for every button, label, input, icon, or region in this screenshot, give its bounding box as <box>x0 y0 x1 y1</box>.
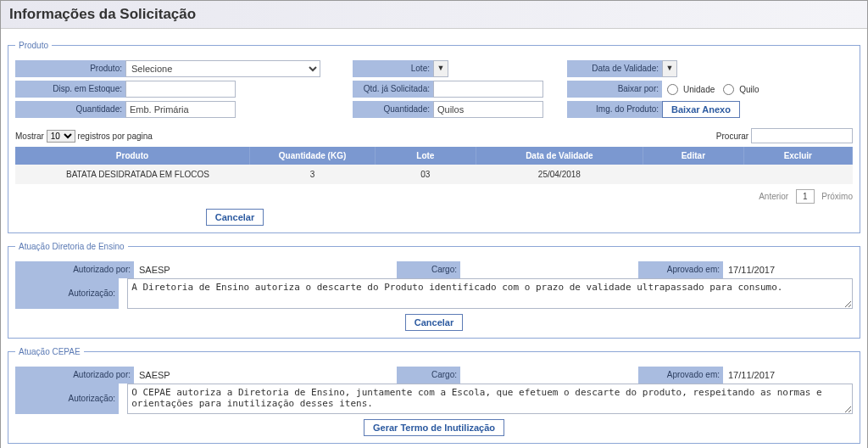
cell-lote: 03 <box>376 165 476 184</box>
label-de-cargo: Cargo: <box>397 261 460 278</box>
value-de-autorizado-por: SAESP <box>134 262 287 277</box>
th-lote[interactable]: Lote <box>376 147 476 165</box>
textarea-de-autorizacao[interactable]: A Diretoria de Ensino autoriza o descart… <box>127 278 853 309</box>
legend-atuacao-cepae: Atuação CEPAE <box>15 347 84 356</box>
th-excluir[interactable]: Excluir <box>743 147 852 165</box>
dt-search-input[interactable] <box>751 128 853 143</box>
cell-editar[interactable] <box>643 165 744 184</box>
label-img-produto: Img. do Produto: <box>567 101 662 118</box>
table-row: BATATA DESIDRATADA EM FLOCOS 3 03 25/04/… <box>15 165 853 184</box>
dt-length: Mostrar 10 registros por pagina <box>15 130 153 143</box>
cell-validade: 25/04/2018 <box>476 165 643 184</box>
fieldset-produto: Produto Produto: Selecione Lote: ▼ Data … <box>8 41 860 233</box>
baixar-anexo-button[interactable]: Baixar Anexo <box>662 101 740 118</box>
label-cepae-autorizado-por: Autorizado por: <box>15 367 134 384</box>
th-validade[interactable]: Data de Validade <box>476 147 643 165</box>
label-de-autorizado-por: Autorizado por: <box>15 261 134 278</box>
label-de-aprovado-em: Aprovado em: <box>638 261 723 278</box>
dt-paging: Anterior 1 Próximo <box>15 189 853 204</box>
dt-length-suffix: registros por pagina <box>77 132 152 141</box>
fieldset-atuacao-de: Atuação Diretoria de Ensino Autorizado p… <box>8 242 860 339</box>
th-quantidade[interactable]: Quantidade (KG) <box>250 147 376 165</box>
textarea-cepae-autorizacao[interactable]: O CEPAE autoriza a Diretoria de Ensino, … <box>127 384 853 414</box>
radio-quilo-label: Quilo <box>739 85 759 94</box>
fieldset-atuacao-cepae: Atuação CEPAE Autorizado por: SAESP Carg… <box>8 347 860 444</box>
label-cepae-autorizacao: Autorização: <box>15 384 119 414</box>
paging-prev[interactable]: Anterior <box>759 192 788 201</box>
dt-filter: Procurar <box>716 128 853 143</box>
value-cepae-aprovado-em: 17/11/2017 <box>723 367 780 383</box>
gerar-termo-button[interactable]: Gerar Termo de Inutilização <box>364 419 504 436</box>
main-panel: Informações da Solicitação Produto Produ… <box>0 0 868 448</box>
dt-length-prefix: Mostrar <box>15 132 44 141</box>
th-editar[interactable]: Editar <box>643 147 744 165</box>
label-disp-estoque: Disp. em Estoque: <box>15 81 125 98</box>
products-table: Produto Quantidade (KG) Lote Data de Val… <box>15 147 853 184</box>
paging-current[interactable]: 1 <box>796 189 815 204</box>
page-title: Informações da Solicitação <box>1 1 867 29</box>
label-qtd-solicitada: Qtd. já Solicitada: <box>353 81 433 98</box>
select-data-validade[interactable]: ▼ <box>662 60 677 77</box>
legend-produto: Produto <box>15 41 52 50</box>
dt-search-label: Procurar <box>716 132 748 141</box>
value-de-cargo <box>460 267 562 272</box>
label-baixar-por: Baixar por: <box>567 81 662 98</box>
table-header-row: Produto Quantidade (KG) Lote Data de Val… <box>15 147 853 165</box>
dt-length-select[interactable]: 10 <box>47 130 75 143</box>
value-cepae-cargo <box>460 372 562 378</box>
cell-excluir[interactable] <box>743 165 852 184</box>
value-cepae-autorizado-por: SAESP <box>134 367 287 383</box>
radio-quilo[interactable] <box>723 84 734 95</box>
label-de-autorizacao: Autorização: <box>15 278 119 309</box>
produto-cancelar-button[interactable]: Cancelar <box>206 209 264 226</box>
legend-atuacao-de: Atuação Diretoria de Ensino <box>15 242 128 251</box>
cell-quantidade: 3 <box>250 165 376 184</box>
cell-produto: BATATA DESIDRATADA EM FLOCOS <box>15 165 250 184</box>
input-qtd-solicitada[interactable] <box>433 81 543 98</box>
label-quantidade: Quantidade: <box>15 101 125 118</box>
input-quantidade2[interactable] <box>433 101 543 118</box>
radio-unidade-label: Unidade <box>683 85 715 94</box>
de-cancelar-button[interactable]: Cancelar <box>405 314 463 331</box>
input-disp-estoque[interactable] <box>125 81 236 98</box>
th-produto[interactable]: Produto <box>15 147 250 165</box>
label-produto: Produto: <box>15 60 125 77</box>
label-lote: Lote: <box>353 60 433 77</box>
select-lote[interactable]: ▼ <box>433 60 448 77</box>
radio-unidade[interactable] <box>667 84 678 95</box>
value-de-aprovado-em: 17/11/2017 <box>723 262 780 277</box>
paging-next[interactable]: Próximo <box>821 192 853 201</box>
label-data-validade: Data de Validade: <box>567 60 662 77</box>
label-quantidade2: Quantidade: <box>353 101 433 118</box>
select-produto[interactable]: Selecione <box>125 60 320 77</box>
label-cepae-cargo: Cargo: <box>397 367 460 384</box>
input-quantidade[interactable] <box>125 101 236 118</box>
label-cepae-aprovado-em: Aprovado em: <box>638 367 723 384</box>
